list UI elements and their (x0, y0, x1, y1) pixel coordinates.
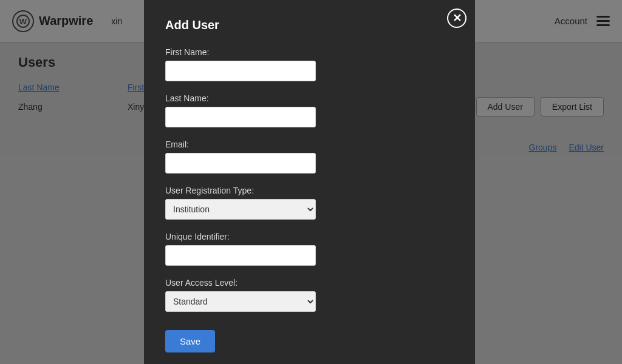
reg-type-select[interactable]: Institution Standard Admin (165, 199, 316, 220)
unique-id-input[interactable] (165, 245, 316, 266)
reg-type-group: User Registration Type: Institution Stan… (165, 186, 454, 220)
unique-id-group: Unique Identifier: (165, 232, 454, 266)
save-button[interactable]: Save (165, 330, 215, 352)
modal-close-button[interactable]: ✕ (447, 8, 466, 28)
first-name-input[interactable] (165, 61, 316, 81)
reg-type-label: User Registration Type: (165, 186, 454, 195)
access-level-group: User Access Level: Standard Admin Super … (165, 278, 454, 312)
modal-title: Add User (165, 18, 454, 32)
email-input[interactable] (165, 153, 316, 174)
email-label: Email: (165, 140, 454, 149)
last-name-label: Last Name: (165, 93, 454, 103)
add-user-modal: ✕ Add User First Name: Last Name: Email:… (144, 0, 475, 364)
last-name-group: Last Name: (165, 93, 454, 127)
email-group: Email: (165, 140, 454, 174)
last-name-input[interactable] (165, 107, 316, 127)
unique-id-label: Unique Identifier: (165, 232, 454, 241)
close-icon: ✕ (453, 12, 462, 25)
first-name-label: First Name: (165, 47, 454, 57)
access-level-label: User Access Level: (165, 278, 454, 288)
access-level-select[interactable]: Standard Admin Super Admin (165, 291, 316, 312)
first-name-group: First Name: (165, 47, 454, 81)
